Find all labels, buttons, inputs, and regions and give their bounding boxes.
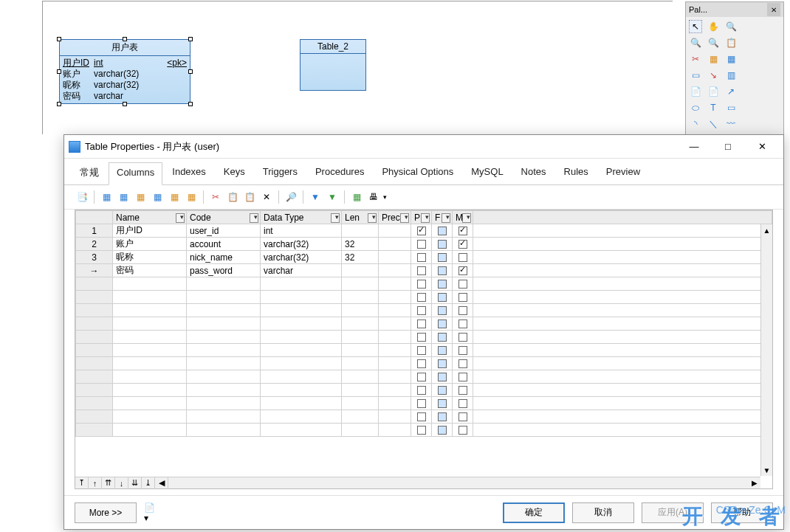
apply-button[interactable]: 应用(A) [642, 502, 704, 523]
reference-icon[interactable]: ↘ [707, 69, 720, 82]
checkbox[interactable] [438, 266, 447, 275]
table-row[interactable] [76, 304, 772, 317]
arc-icon[interactable]: ◝ [689, 117, 702, 131]
zoom-fit-icon[interactable]: 🔍 [707, 36, 720, 49]
table-icon[interactable]: ▦ [724, 52, 738, 66]
checkbox[interactable] [458, 293, 467, 302]
column-header-datatype[interactable]: Data Type [261, 211, 342, 224]
move-bottom-icon[interactable]: ⇊ [128, 477, 142, 489]
checkbox[interactable] [438, 319, 447, 328]
checkbox[interactable] [417, 412, 426, 421]
checkbox[interactable] [417, 359, 426, 368]
dialog-titlebar[interactable]: Table Properties - 用户表 (user) — □ ✕ [64, 135, 783, 159]
view-icon[interactable]: ▭ [689, 69, 702, 82]
palette-header[interactable]: Pal... ✕ [686, 2, 783, 17]
column-header-precision[interactable]: Prec [379, 211, 411, 224]
column-header-name[interactable]: Name [113, 211, 187, 224]
insert-row-icon[interactable]: ▦ [99, 190, 114, 204]
cut-icon[interactable]: ✂ [208, 190, 223, 204]
checkbox[interactable] [458, 359, 467, 368]
line-icon[interactable]: ＼ [707, 117, 720, 131]
link-icon[interactable]: ↗ [724, 85, 738, 98]
checkbox[interactable] [438, 412, 447, 421]
scroll-left-icon[interactable]: ◀ [155, 477, 168, 489]
checkbox[interactable] [438, 426, 447, 435]
checkbox[interactable] [458, 346, 467, 355]
col4-icon[interactable]: ▦ [184, 190, 199, 204]
close-button[interactable]: ✕ [745, 138, 779, 156]
checkbox[interactable] [438, 386, 447, 395]
checkbox[interactable] [438, 253, 447, 262]
properties-icon[interactable]: 📋 [724, 36, 738, 49]
move-top-icon[interactable]: ⤒ [75, 477, 89, 489]
table-row[interactable] [76, 410, 772, 424]
checkbox[interactable] [417, 253, 426, 262]
checkbox[interactable] [458, 412, 467, 421]
checkbox[interactable] [438, 399, 447, 408]
move-top2-icon[interactable]: ⇈ [102, 477, 115, 489]
new-icon[interactable]: 📑 [75, 190, 89, 204]
tab-triggers[interactable]: Triggers [255, 162, 306, 184]
move-down-icon[interactable]: ↓ [115, 477, 128, 489]
checkbox[interactable] [458, 319, 467, 328]
text-icon[interactable]: T [707, 101, 720, 114]
column-header-code[interactable]: Code [187, 211, 261, 224]
table-row[interactable] [76, 370, 772, 384]
checkbox[interactable] [458, 386, 467, 395]
package-icon[interactable]: ▦ [707, 52, 720, 66]
checkbox[interactable] [438, 227, 447, 235]
resize-handle[interactable] [188, 69, 193, 74]
tab-mysql[interactable]: MySQL [463, 162, 511, 184]
entity-table-2[interactable]: Table_2 [300, 39, 366, 91]
checkbox[interactable] [417, 333, 426, 342]
table-row[interactable] [76, 277, 772, 291]
copy-icon[interactable]: 📋 [225, 190, 240, 204]
tab-physical-options[interactable]: Physical Options [374, 162, 461, 184]
resize-handle[interactable] [188, 102, 193, 106]
checkbox[interactable] [417, 386, 426, 395]
table-row[interactable]: →密码pass_wordvarchar [76, 264, 772, 277]
tab-rules[interactable]: Rules [556, 162, 597, 184]
tool-palette[interactable]: Pal... ✕ ↖ ✋ 🔍 🔍 🔍 📋 ✂ ▦ ▦ ▭ ↘ ▥ 📄 📄 ↗ [685, 1, 784, 137]
table-row[interactable] [76, 397, 772, 410]
checkbox[interactable] [438, 293, 447, 302]
ok-button[interactable]: 确定 [503, 502, 565, 523]
filter-clear-icon[interactable]: ▼ [325, 190, 340, 204]
scroll-right-icon[interactable]: ▶ [749, 479, 760, 487]
col3-icon[interactable]: ▦ [167, 190, 182, 204]
col1-icon[interactable]: ▦ [133, 190, 148, 204]
checkbox[interactable] [438, 306, 447, 315]
tab-keys[interactable]: Keys [216, 162, 253, 184]
column-header-p[interactable]: P [411, 211, 432, 224]
paste-icon[interactable]: 📋 [242, 190, 257, 204]
table-row[interactable] [76, 344, 772, 357]
checkbox[interactable] [417, 306, 426, 315]
print-icon[interactable]: 🖶 [366, 190, 381, 204]
checkbox[interactable] [417, 373, 426, 381]
procedure-icon[interactable]: ▥ [724, 69, 738, 82]
row-header[interactable] [76, 211, 113, 224]
hand-icon[interactable]: ✋ [707, 20, 720, 33]
filter-icon[interactable]: ▼ [308, 190, 323, 204]
column-header-m[interactable]: M [453, 211, 473, 224]
vertical-scrollbar[interactable]: ▲ ▼ [760, 224, 772, 476]
tab-indexes[interactable]: Indexes [164, 162, 214, 184]
checkbox[interactable] [458, 306, 467, 315]
table-row[interactable]: 2账户accountvarchar(32)32 [76, 238, 772, 251]
help-button[interactable]: 帮助 [711, 502, 773, 523]
cancel-button[interactable]: 取消 [572, 502, 634, 523]
move-up-icon[interactable]: ↑ [89, 477, 102, 489]
checkbox[interactable] [417, 426, 426, 435]
checkbox[interactable] [458, 253, 467, 262]
scroll-up-icon[interactable]: ▲ [761, 224, 772, 236]
checkbox[interactable] [417, 399, 426, 408]
minimize-button[interactable]: — [677, 138, 711, 156]
checkbox[interactable] [438, 373, 447, 381]
column-header-f[interactable]: F [432, 211, 453, 224]
polyline-icon[interactable]: 〰 [724, 117, 738, 131]
shape-icon[interactable]: ▭ [724, 101, 738, 114]
checkbox[interactable] [417, 346, 426, 355]
more-button[interactable]: More >> [75, 502, 137, 523]
checkbox[interactable] [417, 240, 426, 249]
checkbox[interactable] [438, 359, 447, 368]
